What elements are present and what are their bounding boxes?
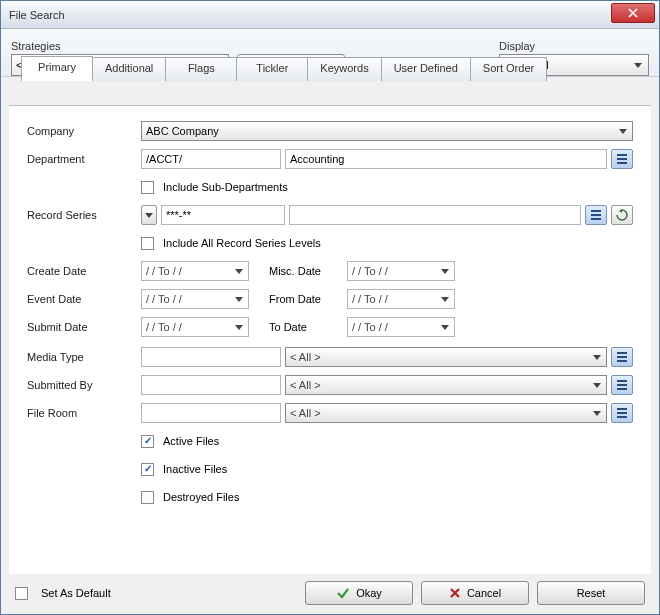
chevron-down-icon bbox=[630, 57, 646, 73]
tab-keywords[interactable]: Keywords bbox=[307, 57, 381, 81]
tab-flags[interactable]: Flags bbox=[165, 57, 237, 81]
rs-lookup-button[interactable] bbox=[585, 205, 607, 225]
tab-sort-order[interactable]: Sort Order bbox=[470, 57, 547, 81]
list-icon bbox=[616, 153, 628, 165]
destroyed-files-label: Destroyed Files bbox=[163, 491, 239, 503]
include-sub-label: Include Sub-Departments bbox=[163, 181, 288, 193]
svg-rect-11 bbox=[617, 388, 627, 390]
date-value: / / To / / bbox=[146, 265, 182, 277]
include-all-rs-checkbox[interactable] bbox=[141, 237, 154, 250]
include-all-rs-label: Include All Record Series Levels bbox=[163, 237, 321, 249]
from-date-input[interactable]: / / To / / bbox=[347, 289, 455, 309]
svg-rect-1 bbox=[617, 158, 627, 160]
cancel-button[interactable]: Cancel bbox=[421, 581, 529, 605]
active-files-checkbox[interactable] bbox=[141, 435, 154, 448]
reset-label: Reset bbox=[577, 587, 606, 599]
tab-primary[interactable]: Primary bbox=[21, 56, 93, 81]
submitted-by-lookup-button[interactable] bbox=[611, 375, 633, 395]
chevron-down-icon bbox=[590, 383, 604, 388]
svg-rect-0 bbox=[617, 154, 627, 156]
destroyed-files-checkbox[interactable] bbox=[141, 491, 154, 504]
department-label: Department bbox=[27, 153, 141, 165]
misc-date-input[interactable]: / / To / / bbox=[347, 261, 455, 281]
window-title: File Search bbox=[9, 9, 65, 21]
file-room-value: < All > bbox=[290, 407, 321, 419]
to-date-input[interactable]: / / To / / bbox=[347, 317, 455, 337]
create-date-label: Create Date bbox=[27, 265, 141, 277]
set-default-checkbox[interactable] bbox=[15, 587, 28, 600]
file-room-dropdown[interactable]: < All > bbox=[285, 403, 607, 423]
list-icon bbox=[616, 407, 628, 419]
file-room-input[interactable] bbox=[141, 403, 281, 423]
tab-tickler[interactable]: Tickler bbox=[236, 57, 308, 81]
strategies-label: Strategies bbox=[11, 40, 229, 52]
date-value: / / To / / bbox=[352, 293, 388, 305]
svg-rect-4 bbox=[591, 214, 601, 216]
to-date-label: To Date bbox=[269, 321, 347, 333]
svg-rect-14 bbox=[617, 416, 627, 418]
date-value: / / To / / bbox=[146, 321, 182, 333]
active-files-label: Active Files bbox=[163, 435, 219, 447]
chevron-down-icon bbox=[145, 213, 153, 218]
display-label: Display bbox=[499, 40, 649, 52]
x-icon bbox=[449, 587, 461, 599]
tab-additional[interactable]: Additional bbox=[92, 57, 166, 81]
dept-name-value: Accounting bbox=[290, 153, 344, 165]
media-type-input[interactable] bbox=[141, 347, 281, 367]
submitted-by-dropdown[interactable]: < All > bbox=[285, 375, 607, 395]
media-type-lookup-button[interactable] bbox=[611, 347, 633, 367]
titlebar: File Search bbox=[1, 1, 659, 29]
inactive-files-checkbox[interactable] bbox=[141, 463, 154, 476]
list-icon bbox=[616, 379, 628, 391]
svg-rect-9 bbox=[617, 380, 627, 382]
refresh-icon bbox=[616, 209, 628, 221]
chevron-down-icon bbox=[590, 411, 604, 416]
media-type-label: Media Type bbox=[27, 351, 141, 363]
reset-button[interactable]: Reset bbox=[537, 581, 645, 605]
check-icon bbox=[336, 586, 350, 600]
create-date-input[interactable]: / / To / / bbox=[141, 261, 249, 281]
okay-label: Okay bbox=[356, 587, 382, 599]
dept-name-input[interactable]: Accounting bbox=[285, 149, 607, 169]
chevron-down-icon bbox=[232, 297, 246, 302]
svg-rect-3 bbox=[591, 210, 601, 212]
inactive-files-label: Inactive Files bbox=[163, 463, 227, 475]
close-button[interactable] bbox=[611, 3, 655, 23]
svg-rect-2 bbox=[617, 162, 627, 164]
chevron-down-icon bbox=[590, 355, 604, 360]
chevron-down-icon bbox=[438, 297, 452, 302]
submitted-by-input[interactable] bbox=[141, 375, 281, 395]
date-value: / / To / / bbox=[352, 321, 388, 333]
media-type-dropdown[interactable]: < All > bbox=[285, 347, 607, 367]
set-default-label: Set As Default bbox=[41, 587, 111, 599]
include-sub-checkbox[interactable] bbox=[141, 181, 154, 194]
primary-form: Company ABC Company Department /ACCT/ Ac… bbox=[9, 106, 651, 528]
dept-lookup-button[interactable] bbox=[611, 149, 633, 169]
rs-refresh-button[interactable] bbox=[611, 205, 633, 225]
list-icon bbox=[590, 209, 602, 221]
file-room-label: File Room bbox=[27, 407, 141, 419]
rs-name-input[interactable] bbox=[289, 205, 581, 225]
svg-rect-12 bbox=[617, 408, 627, 410]
chevron-down-icon bbox=[616, 129, 630, 134]
submit-date-input[interactable]: / / To / / bbox=[141, 317, 249, 337]
rs-dropdown-button[interactable] bbox=[141, 205, 157, 225]
file-room-lookup-button[interactable] bbox=[611, 403, 633, 423]
dept-code-input[interactable]: /ACCT/ bbox=[141, 149, 281, 169]
company-label: Company bbox=[27, 125, 141, 137]
record-series-label: Record Series bbox=[27, 209, 141, 221]
event-date-input[interactable]: / / To / / bbox=[141, 289, 249, 309]
media-type-value: < All > bbox=[290, 351, 321, 363]
okay-button[interactable]: Okay bbox=[305, 581, 413, 605]
chevron-down-icon bbox=[438, 325, 452, 330]
rs-mask-input[interactable]: ***-** bbox=[161, 205, 285, 225]
svg-rect-6 bbox=[617, 352, 627, 354]
submitted-by-value: < All > bbox=[290, 379, 321, 391]
company-dropdown[interactable]: ABC Company bbox=[141, 121, 633, 141]
tab-bar: Primary Additional Flags Tickler Keyword… bbox=[21, 57, 546, 81]
svg-rect-5 bbox=[591, 218, 601, 220]
rs-mask-value: ***-** bbox=[166, 209, 191, 221]
tab-user-defined[interactable]: User Defined bbox=[381, 57, 471, 81]
misc-date-label: Misc. Date bbox=[269, 265, 347, 277]
date-value: / / To / / bbox=[352, 265, 388, 277]
